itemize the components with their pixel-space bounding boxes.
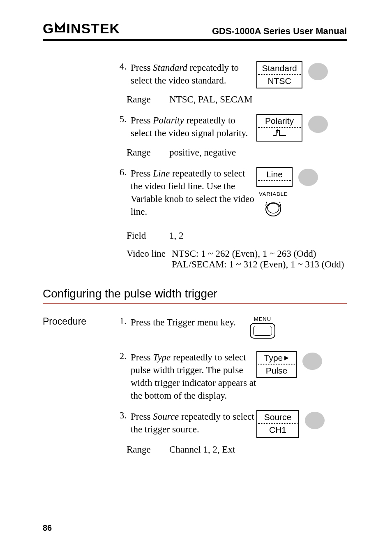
softkey-value: CH1: [258, 424, 297, 435]
soft-button-icon[interactable]: [302, 353, 322, 370]
softkey-type[interactable]: Type▶ Pulse: [256, 351, 297, 378]
range-value: Channel 1, 2, Ext: [169, 444, 347, 455]
step-number: 3.: [113, 410, 131, 421]
step-4-range: Range NTSC, PAL, SECAM: [127, 94, 347, 105]
softkey-line[interactable]: Line: [256, 167, 293, 187]
svg-point-2: [267, 203, 279, 213]
step-text: Press Source repeatedly to select the tr…: [131, 410, 256, 436]
step-5-range: Range positive, negative: [127, 147, 347, 158]
step-number: 5.: [113, 114, 131, 125]
proc-step-3-range: Range Channel 1, 2, Ext: [127, 444, 347, 455]
proc-step-2: 2. Press Type repeatedly to select pulse…: [43, 351, 347, 402]
field-value: 1, 2: [169, 230, 347, 241]
soft-button-icon[interactable]: [308, 116, 328, 133]
videoline-label: Video line: [127, 248, 172, 270]
page-number: 86: [43, 523, 52, 533]
arrow-right-icon: ▶: [283, 354, 289, 361]
variable-label: VARIABLE: [259, 191, 288, 197]
menu-label: MENU: [254, 316, 271, 322]
svg-marker-4: [279, 202, 281, 203]
step-6-videoline: Video line NTSC: 1 ~ 262 (Even), 1 ~ 263…: [127, 248, 347, 270]
field-label: Field: [127, 230, 169, 241]
svg-marker-3: [266, 202, 267, 203]
softkey-label: Type▶: [258, 353, 295, 365]
brand-w-icon: [55, 20, 65, 36]
soft-button-icon[interactable]: [298, 169, 318, 186]
range-label: Range: [127, 147, 169, 158]
step-4: 4. Press Standard repeatedly to select t…: [43, 61, 347, 88]
step-number: 2.: [113, 351, 131, 362]
softkey-label: Line: [258, 170, 291, 181]
procedure-label: Procedure: [43, 316, 113, 327]
softkey-polarity[interactable]: Polarity: [256, 114, 302, 141]
menu-button-icon: [250, 323, 275, 339]
step-6: 6. Press Line repeatedly to select the v…: [43, 167, 347, 218]
step-text: Press Type repeatedly to select pulse wi…: [131, 351, 256, 402]
softkey-standard[interactable]: Standard NTSC: [256, 61, 302, 88]
section-rule: [43, 303, 347, 304]
step-text: Press Standard repeatedly to select the …: [131, 61, 256, 87]
brand-g: G: [43, 21, 54, 37]
step-6-field: Field 1, 2: [127, 230, 347, 241]
step-5: 5. Press Polarity repeatedly to select t…: [43, 114, 347, 141]
brand-logo: G INSTEK: [43, 21, 120, 37]
variable-knob[interactable]: VARIABLE: [259, 191, 288, 218]
step-text: Press Line repeatedly to select the vide…: [131, 167, 256, 218]
knob-icon: [264, 200, 282, 218]
range-label: Range: [127, 444, 169, 455]
proc-step-1: Procedure 1. Press the Trigger menu key.…: [43, 316, 347, 339]
softkey-label: Source: [258, 412, 297, 424]
step-number: 6.: [113, 167, 131, 178]
page-header: G INSTEK GDS-1000A Series User Manual: [43, 21, 347, 41]
softkey-label: Polarity: [258, 116, 301, 128]
proc-step-3: 3. Press Source repeatedly to select the…: [43, 410, 347, 437]
softkey-value: Pulse: [258, 365, 295, 376]
range-value: NTSC, PAL, SECAM: [169, 94, 347, 105]
step-text: Press Polarity repeatedly to select the …: [131, 114, 256, 139]
brand-instek: INSTEK: [66, 21, 120, 37]
softkey-label: Standard: [258, 63, 301, 75]
section-title: Configuring the pulse width trigger: [43, 287, 347, 300]
menu-key[interactable]: MENU: [250, 316, 275, 339]
range-value: positive, negative: [169, 147, 347, 158]
polarity-icon: [258, 128, 301, 139]
soft-button-icon[interactable]: [305, 412, 325, 429]
step-number: 4.: [113, 61, 131, 72]
soft-button-icon[interactable]: [308, 63, 328, 80]
step-text: Press the Trigger menu key.: [131, 316, 250, 329]
header-title: GDS-1000A Series User Manual: [212, 26, 347, 37]
videoline-value: NTSC: 1 ~ 262 (Even), 1 ~ 263 (Odd) PAL/…: [172, 248, 347, 270]
softkey-value: NTSC: [258, 75, 301, 86]
softkey-source[interactable]: Source CH1: [256, 410, 299, 437]
step-number: 1.: [113, 316, 131, 327]
range-label: Range: [127, 94, 169, 105]
